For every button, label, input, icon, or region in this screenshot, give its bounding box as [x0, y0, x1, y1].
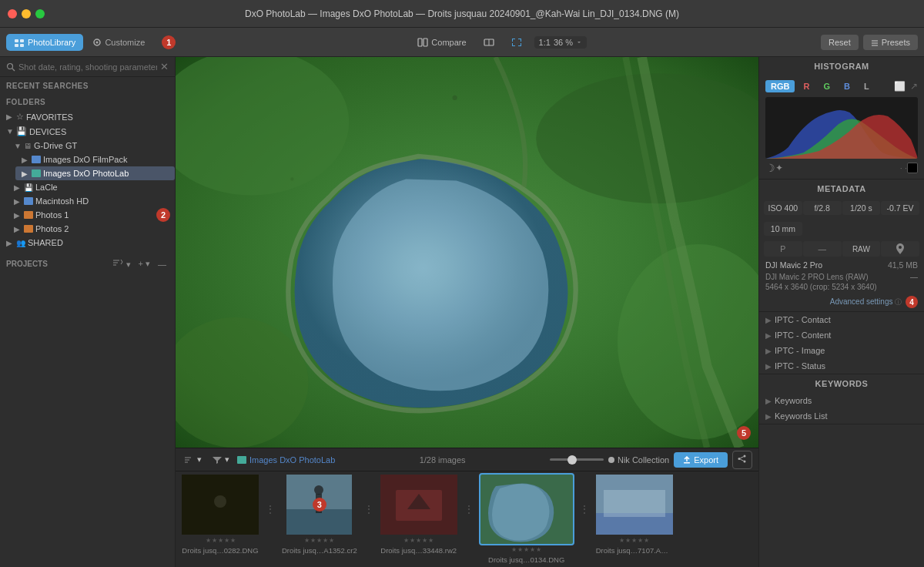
- hist-tab-r[interactable]: R: [798, 80, 815, 92]
- sidebar-item-mac[interactable]: ▶ Macintosh HD: [8, 194, 175, 208]
- reset-button[interactable]: Reset: [821, 35, 859, 50]
- nik-collection-label: Nik Collection: [618, 455, 669, 465]
- zoom-fit-icon: [511, 38, 522, 47]
- sidebar-item-filmpack[interactable]: ▶ Images DxO FilmPack: [15, 153, 175, 166]
- shared-chevron-icon: ▶: [6, 239, 14, 247]
- sidebar-item-shared[interactable]: ▶ 👥 SHARED: [0, 236, 175, 250]
- keywords-list-item[interactable]: ▶ Keywords List: [759, 408, 924, 424]
- metadata-title: METADATA: [817, 184, 865, 193]
- hist-export-icon[interactable]: ↗: [910, 81, 918, 92]
- minimize-button[interactable]: [22, 9, 31, 18]
- filmstrip-item-1-name: Droits jusq…0282.DNG: [182, 546, 258, 555]
- iptc-image-item[interactable]: ▶ IPTC - Image: [759, 343, 924, 358]
- meta-camera-row: DJI Mavic 2 Pro 41,5 MB: [759, 257, 924, 273]
- sparkle-icon[interactable]: ✦: [775, 163, 783, 173]
- metadata-grid-row1: ISO 400 f/2.8 1/20 s -0.7 EV: [759, 198, 924, 218]
- projects-sort-button[interactable]: ▾: [110, 257, 132, 270]
- meta-shutter: 1/20 s: [842, 201, 881, 215]
- filmstrip-sort-button[interactable]: ▾: [182, 453, 205, 466]
- sidebar-item-photolab[interactable]: ▶ Images DxO PhotoLab: [15, 166, 175, 180]
- filmstrip-zoom-slider[interactable]: [550, 458, 604, 461]
- sidebar-item-devices[interactable]: ▼ 💾 DEVICES: [0, 124, 175, 139]
- photos1-chevron-icon: ▶: [14, 211, 22, 220]
- sidebar-item-favorites[interactable]: ▶ ☆ FAVORITES: [0, 109, 175, 124]
- histogram-section: HISTOGRAM RGB R G B L ⬜ ↗: [759, 57, 924, 179]
- shared-label: SHARED: [28, 238, 63, 247]
- filmstrip: ▾ ▾ Images DxO PhotoLab 1/28 images: [176, 448, 758, 567]
- histogram-icons: ⬜ ↗: [894, 81, 918, 92]
- meta-raw: RAW: [842, 241, 881, 257]
- lacle-chevron-icon: ▶: [14, 183, 22, 192]
- filter-icon: [213, 456, 222, 464]
- filmstrip-item-5[interactable]: ★★★★★ Droits jusq…7107.ARW: [596, 475, 673, 555]
- close-button[interactable]: [8, 9, 17, 18]
- svg-point-47: [899, 246, 902, 249]
- meta-lens-dash: —: [910, 273, 918, 281]
- thumb-4-stars: ★★★★★: [511, 546, 541, 553]
- lacle-label: LaCle: [35, 183, 58, 192]
- toolbar-right: Reset Presets: [821, 35, 918, 50]
- iptc-status-item[interactable]: ▶ IPTC - Status: [759, 358, 924, 374]
- sidebar-item-photos2[interactable]: ▶ Photos 2: [8, 222, 175, 236]
- hist-display-icon[interactable]: ⬜: [894, 81, 906, 92]
- toolbar-center: Compare 1:1 36 %: [185, 35, 815, 49]
- thumb-5-stars: ★★★★★: [619, 537, 649, 544]
- sidebar-item-gdrive[interactable]: ▼ 🖥 G-Drive GT: [8, 139, 175, 153]
- maximize-button[interactable]: [35, 9, 45, 18]
- share-button[interactable]: [732, 451, 752, 469]
- meta-dimensions-row: 5464 x 3640 (crop: 5234 x 3640): [759, 283, 924, 294]
- hist-tab-l[interactable]: L: [859, 80, 875, 92]
- filmstrip-item-2[interactable]: 3 ★★★★★ Droits jusq…A1352.cr2: [282, 475, 357, 555]
- export-button[interactable]: Export: [674, 452, 728, 468]
- filmstrip-thumb-5: [596, 475, 673, 535]
- projects-more-button[interactable]: —: [156, 257, 169, 270]
- zoom-slider-input[interactable]: [550, 458, 604, 461]
- photos2-label: Photos 2: [35, 224, 69, 233]
- filmstrip-sort-icon: [185, 456, 194, 464]
- filmstrip-item-1[interactable]: ★★★★★ Droits jusq…0282.DNG: [182, 475, 259, 555]
- filmstrip-item-4[interactable]: ★★★★★ Droits jusq…0134.DNG: [480, 475, 573, 564]
- svg-rect-36: [182, 517, 259, 535]
- hist-tab-b[interactable]: B: [839, 80, 855, 92]
- moon-icon[interactable]: ☽: [765, 162, 775, 174]
- drive-icon: 🖥: [24, 142, 32, 150]
- search-clear-button[interactable]: ✕: [160, 61, 169, 72]
- sidebar-item-photos1[interactable]: ▶ Photos 1 2: [8, 208, 175, 222]
- iptc-content-item[interactable]: ▶ IPTC - Content: [759, 327, 924, 343]
- filmstrip-filter-button[interactable]: ▾: [209, 453, 233, 466]
- hist-tab-rgb[interactable]: RGB: [765, 80, 795, 92]
- photo-library-icon: [14, 37, 25, 48]
- photo-library-tab[interactable]: PhotoLibrary: [6, 34, 83, 51]
- gdrive-label: G-Drive GT: [34, 141, 77, 150]
- keywords-item[interactable]: ▶ Keywords: [759, 393, 924, 408]
- metadata-grid-row1b: 10 mm: [759, 219, 924, 239]
- sidebar-item-lacle[interactable]: ▶ 💾 LaCle: [8, 180, 175, 194]
- presets-icon: [871, 39, 879, 46]
- view-mode-button[interactable]: [479, 35, 499, 49]
- filmstrip-item-3[interactable]: ★★★★★ Droits jusq…33448.rw2: [380, 475, 457, 555]
- titlebar: DxO PhotoLab — Images DxO PhotoLab — Dro…: [0, 0, 924, 28]
- presets-button[interactable]: Presets: [863, 35, 918, 50]
- histogram-bottom: ☽ ✦ · ·: [765, 162, 918, 174]
- mac-folder-icon: [24, 197, 33, 205]
- search-input[interactable]: [18, 62, 157, 72]
- histogram-header: HISTOGRAM: [759, 57, 924, 75]
- mac-label: Macintosh HD: [35, 196, 89, 206]
- zoom-fit-button[interactable]: [507, 35, 527, 49]
- compare-button[interactable]: Compare: [413, 35, 470, 49]
- iptc-contact-item[interactable]: ▶ IPTC - Contact: [759, 312, 924, 327]
- export-icon: [683, 456, 691, 464]
- filmstrip-dots-3: ⋮: [464, 475, 474, 544]
- hist-black-swatch[interactable]: [907, 163, 918, 173]
- metadata-row2: P — RAW: [759, 240, 924, 257]
- share-icon: [738, 455, 747, 464]
- window-controls: [8, 9, 45, 18]
- hist-tab-g[interactable]: G: [818, 80, 835, 92]
- thumb-1-stars: ★★★★★: [206, 537, 236, 544]
- customize-tab[interactable]: Customize: [85, 35, 152, 50]
- projects-add-button[interactable]: + ▾: [136, 257, 152, 270]
- zoom-control[interactable]: 1:1 36 %: [534, 36, 587, 49]
- advanced-settings-link[interactable]: Advanced settings: [830, 297, 893, 306]
- customize-icon: [92, 38, 102, 47]
- photo-library-label: PhotoLibrary: [28, 38, 75, 47]
